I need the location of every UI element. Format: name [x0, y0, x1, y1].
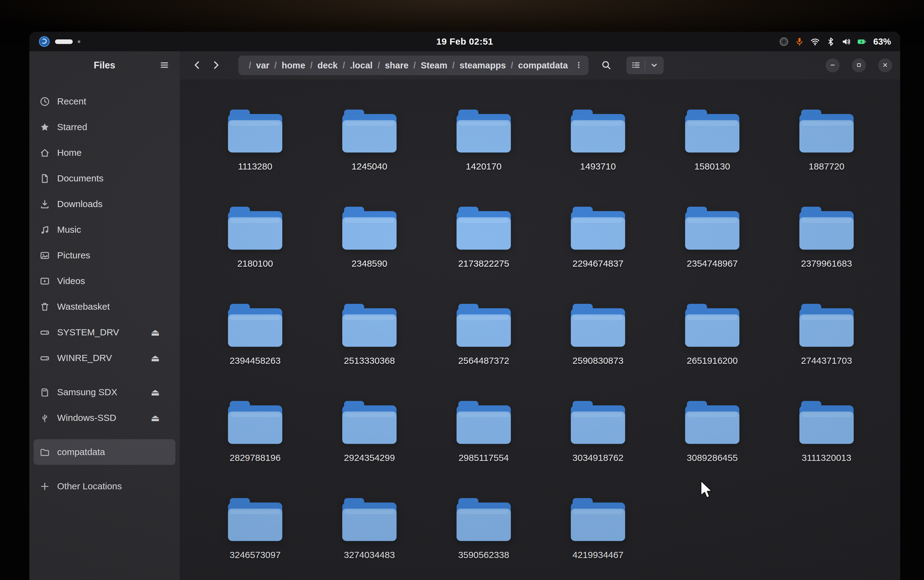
- folder-icon: [227, 303, 283, 348]
- sidebar-item-home[interactable]: Home: [34, 140, 175, 166]
- sidebar-item-wastebasket[interactable]: Wastebasket: [34, 294, 175, 320]
- folder-name: 3246573097: [230, 550, 281, 560]
- close-button[interactable]: [878, 58, 892, 72]
- folder-icon: [341, 497, 398, 542]
- sidebar-item-other-locations[interactable]: Other Locations: [34, 473, 175, 499]
- folder-item[interactable]: 1113280: [198, 109, 312, 206]
- workspace-pill[interactable]: [55, 40, 73, 44]
- eject-button[interactable]: ⏏: [147, 384, 164, 401]
- folder-item[interactable]: 2590830873: [541, 303, 655, 400]
- sidebar-header: Files: [29, 51, 180, 79]
- sidebar-item-compatdata[interactable]: compatdata: [34, 439, 175, 465]
- breadcrumb-button[interactable]: home: [281, 61, 306, 71]
- path-menu-button[interactable]: [571, 57, 587, 74]
- folder-item[interactable]: 2829788196: [198, 400, 312, 497]
- sidebar-item-system-drv[interactable]: SYSTEM_DRV ⏏: [34, 320, 175, 345]
- breadcrumb-separator: /: [306, 61, 317, 71]
- workspace-dot[interactable]: [78, 40, 80, 43]
- folder-item[interactable]: 2985117554: [427, 400, 541, 497]
- sidebar-item-windows-ssd[interactable]: Windows-SSD ⏏: [34, 405, 175, 431]
- list-view-icon: [631, 61, 640, 71]
- sidebar-item-samsung-sdx[interactable]: Samsung SDX ⏏: [34, 379, 175, 405]
- folder-item[interactable]: 2173822275: [427, 206, 541, 303]
- eject-button[interactable]: ⏏: [147, 409, 164, 427]
- folder-item[interactable]: 2394458263: [198, 303, 312, 400]
- breadcrumb-separator: /: [448, 61, 459, 71]
- sidebar-item-videos[interactable]: Videos: [34, 268, 175, 294]
- sidebar-item-label: WINRE_DRV: [57, 353, 112, 363]
- os-logo-icon[interactable]: [38, 36, 50, 47]
- folder-item[interactable]: 3590562338: [427, 497, 541, 580]
- folder-item[interactable]: 2379961683: [769, 206, 884, 303]
- folder-item[interactable]: 3246573097: [198, 497, 312, 580]
- breadcrumb-separator: /: [338, 61, 349, 71]
- folder-icon: [799, 400, 855, 445]
- folder-item[interactable]: 1887720: [769, 109, 884, 206]
- folder-name: 3590562338: [458, 550, 509, 560]
- folder-item[interactable]: 1580130: [655, 109, 769, 206]
- folder-item[interactable]: 2564487372: [427, 303, 541, 400]
- maximize-button[interactable]: [852, 58, 866, 72]
- harddisk-icon: [40, 328, 50, 338]
- folder-item[interactable]: 4219934467: [541, 497, 655, 580]
- clock[interactable]: 19 Feb 02:51: [436, 36, 493, 47]
- folder-item[interactable]: 2348590: [312, 206, 427, 303]
- folder-item[interactable]: 2294674837: [541, 206, 655, 303]
- breadcrumb-segment: / Steam: [409, 61, 448, 71]
- main-pane: / var / home / deck: [180, 51, 900, 580]
- folder-item[interactable]: 3111320013: [769, 400, 884, 497]
- folder-icon: [455, 303, 512, 348]
- minimize-button[interactable]: [826, 58, 840, 72]
- sidebar-item-winre-drv[interactable]: WINRE_DRV ⏏: [34, 345, 175, 371]
- eject-button[interactable]: ⏏: [147, 324, 164, 341]
- folder-icon: [570, 497, 626, 542]
- folder-name: 3034918762: [573, 453, 624, 463]
- file-view[interactable]: 1113280 1245040: [180, 79, 900, 580]
- breadcrumb: / var / home / deck: [244, 61, 568, 71]
- breadcrumb-button[interactable]: Steam: [420, 61, 448, 71]
- sidebar-group-gap: [34, 465, 175, 473]
- sidebar-item-recent[interactable]: Recent: [34, 89, 175, 114]
- sidebar-item-music[interactable]: Music: [34, 217, 175, 242]
- sidebar-item-label: Samsung SDX: [57, 387, 117, 397]
- folder-item[interactable]: 1245040: [312, 109, 427, 206]
- folder-item[interactable]: 1493710: [541, 109, 655, 206]
- forward-button[interactable]: [206, 56, 226, 75]
- chevron-left-icon: [192, 60, 202, 71]
- breadcrumb-button[interactable]: steamapps: [459, 61, 507, 71]
- sidebar-item-documents[interactable]: Documents: [34, 166, 175, 191]
- folder-item[interactable]: 3274034483: [312, 497, 427, 580]
- breadcrumb-button[interactable]: var: [256, 61, 270, 71]
- folder-item[interactable]: 2513330368: [312, 303, 427, 400]
- eject-button[interactable]: ⏏: [147, 349, 164, 366]
- folder-name: 1887720: [809, 161, 845, 171]
- folder-icon: [227, 400, 283, 445]
- folder-item[interactable]: 2924354299: [312, 400, 427, 497]
- file-grid: 1113280 1245040: [180, 79, 900, 580]
- folder-item[interactable]: 2354748967: [655, 206, 769, 303]
- folder-item[interactable]: 2180100: [198, 206, 312, 303]
- folder-item[interactable]: 2651916200: [655, 303, 769, 400]
- sidebar-nav: Recent Starred Home Documents Downloads: [29, 79, 180, 499]
- main-menu-button[interactable]: [156, 57, 173, 74]
- breadcrumb-button[interactable]: deck: [317, 61, 338, 71]
- folder-item[interactable]: 1420170: [427, 109, 541, 206]
- sidebar-item-label: Videos: [57, 276, 85, 286]
- files-window: Files Recent Starred Hom: [29, 51, 900, 580]
- search-button[interactable]: [597, 56, 615, 74]
- sidebar-item-downloads[interactable]: Downloads: [34, 191, 175, 217]
- sidebar-item-starred[interactable]: Starred: [34, 114, 175, 140]
- system-tray[interactable]: 63%: [779, 37, 891, 47]
- view-toggle-button[interactable]: [626, 56, 664, 74]
- breadcrumb-button[interactable]: share: [384, 61, 409, 71]
- breadcrumb-button[interactable]: compatdata: [518, 61, 569, 71]
- maximize-icon: [856, 62, 862, 69]
- breadcrumb-button[interactable]: .local: [349, 61, 373, 71]
- folder-item[interactable]: 3034918762: [541, 400, 655, 497]
- folder-name: 3274034483: [344, 550, 395, 560]
- folder-item[interactable]: 2744371703: [769, 303, 884, 400]
- folder-icon: [684, 400, 740, 445]
- sidebar-item-label: Windows-SSD: [57, 413, 116, 423]
- sidebar-item-pictures[interactable]: Pictures: [34, 242, 175, 268]
- back-button[interactable]: [188, 56, 206, 75]
